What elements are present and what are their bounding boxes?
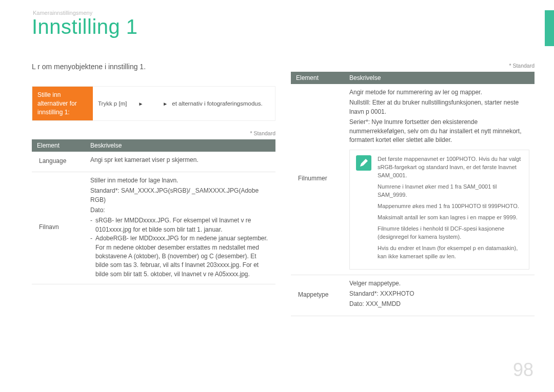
right-column: * Standard Element Beskrivelse Filnummer…	[291, 63, 535, 316]
desc-dash: AdobeRGB- ler MDDxxxx.JPG for m nedene j…	[95, 234, 270, 279]
cell-element: Filnavn	[32, 172, 85, 284]
desc-line: Serier*: Nye lnumre fortsetter den eksis…	[349, 118, 529, 145]
standard-note: * Standard	[291, 63, 535, 69]
note-line: Numrene i lnavnet øker med 1 fra SAM_000…	[378, 183, 524, 199]
table-row: Language Angi spr ket kameraet viser p s…	[32, 152, 275, 172]
note-line: Det første mappenavnet er 100PHOTO. Hvis…	[378, 155, 524, 180]
page-title: Innstilling 1	[32, 15, 138, 38]
desc-dash: sRGB- ler MMDDxxxx.JPG. For eksempel vil…	[95, 216, 270, 234]
settings-table-right: Element Beskrivelse Filnummer Angir meto…	[291, 72, 535, 316]
instruction-body: Trykk p [m] ► ► et alternativ i fotograf…	[93, 87, 275, 120]
arrow-icon: ►	[163, 101, 168, 107]
desc-line: Dato: XXX_MMDD	[349, 300, 529, 308]
col-header-element: Element	[32, 139, 85, 152]
cell-element: Language	[32, 152, 85, 172]
instruction-part2: et alternativ i fotograferingsmodus.	[172, 100, 262, 107]
cell-element: Mappetype	[291, 275, 344, 316]
standard-note: * Standard	[32, 130, 275, 136]
desc-line: Nullstill: Etter at du bruker nullstilli…	[349, 98, 529, 116]
cell-element: Filnummer	[291, 84, 344, 275]
note-line: Mappenumre økes med 1 fra 100PHOTO til 9…	[378, 202, 524, 211]
note-box: Det første mappenavnet er 100PHOTO. Hvis…	[349, 150, 529, 269]
note-line: Filnumre tildeles i henhold til DCF-spes…	[378, 225, 524, 241]
note-line: Maksimalt antall ler som kan lagres i en…	[378, 214, 524, 222]
col-header-element: Element	[291, 72, 344, 84]
arrow-icon: ►	[138, 101, 143, 107]
cell-description: Angi spr ket kameraet viser p skjermen.	[85, 152, 275, 172]
col-header-description: Beskrivelse	[344, 72, 535, 84]
instruction-label: Stille inn alternativer for innstilling …	[32, 87, 93, 120]
desc-line: Standard*: XXXPHOTO	[349, 290, 529, 298]
instruction-part1: Trykk p [m]	[98, 100, 127, 107]
instruction-row: Stille inn alternativer for innstilling …	[32, 86, 275, 121]
desc-line: Standard*: SAM_XXXX.JPG(sRGB)/ _SAMXXXX.…	[90, 187, 270, 204]
page-number: 98	[513, 359, 533, 381]
col-header-description: Beskrivelse	[85, 139, 275, 152]
note-line: Hvis du endrer et lnavn (for eksempel p …	[378, 244, 524, 261]
cell-description: Velger mappetype. Standard*: XXXPHOTO Da…	[344, 275, 535, 316]
left-column: L r om menyobjektene i innstilling 1. St…	[32, 63, 275, 316]
desc-line: Angir metode for nummerering av ler og m…	[349, 88, 529, 97]
settings-table-left: Element Beskrivelse Language Angi spr ke…	[32, 139, 275, 284]
desc-line: Velger mappetype.	[349, 279, 529, 288]
intro-text: L r om menyobjektene i innstilling 1.	[32, 63, 275, 71]
table-row: Filnummer Angir metode for nummerering a…	[291, 84, 535, 275]
desc-line: Angi spr ket kameraet viser p skjermen.	[90, 156, 270, 164]
cell-description: Stiller inn metode for lage lnavn. Stand…	[85, 172, 275, 284]
table-row: Mappetype Velger mappetype. Standard*: X…	[291, 275, 535, 316]
pen-icon	[356, 155, 371, 171]
page-section-tab	[545, 10, 554, 46]
desc-line: Dato:	[90, 206, 270, 215]
desc-line: Stiller inn metode for lage lnavn.	[90, 176, 270, 185]
cell-description: Angir metode for nummerering av ler og m…	[344, 84, 535, 275]
table-row: Filnavn Stiller inn metode for lage lnav…	[32, 172, 275, 284]
